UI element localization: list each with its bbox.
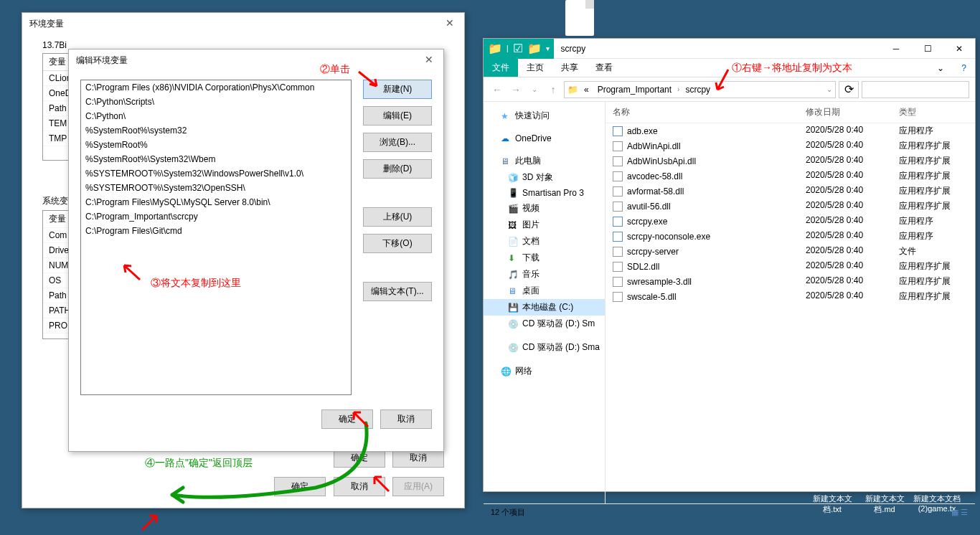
- arrow-icon: [138, 512, 160, 534]
- address-bar[interactable]: 📁 « Program_Important › scrcpy ⌄: [564, 81, 836, 98]
- file-row[interactable]: SDL2.dll2020/5/28 0:40应用程序扩展: [606, 259, 975, 274]
- close-button[interactable]: ✕: [443, 16, 457, 31]
- star-icon: ★: [501, 111, 511, 121]
- col-date-header[interactable]: 修改日期: [806, 106, 899, 118]
- movedown-button[interactable]: 下移(O): [363, 234, 432, 253]
- tree-documents[interactable]: 📄文档: [484, 233, 605, 250]
- tree-cd1[interactable]: 💿CD 驱动器 (D:) Sm: [484, 316, 605, 332]
- col-type-header[interactable]: 类型: [899, 106, 968, 118]
- nav-forward-button[interactable]: →: [508, 82, 524, 98]
- file-row[interactable]: scrcpy.exe2020/5/28 0:40应用程序: [606, 214, 975, 229]
- file-row[interactable]: avformat-58.dll2020/5/28 0:40应用程序扩展: [606, 184, 975, 199]
- file-row[interactable]: AdbWinUsbApi.dll2020/5/28 0:40应用程序扩展: [606, 153, 975, 169]
- file-row[interactable]: scrcpy-server2020/5/28 0:40文件: [606, 244, 975, 259]
- music-icon: 🎵: [508, 270, 518, 280]
- ribbon-share-tab[interactable]: 共享: [552, 59, 587, 77]
- tree-network[interactable]: 🌐网络: [484, 363, 605, 379]
- edit-text-button[interactable]: 编辑文本(T)...: [363, 282, 432, 301]
- ribbon-file-tab[interactable]: 文件: [484, 59, 518, 77]
- chevron-down-icon[interactable]: ⌄: [826, 85, 832, 93]
- breadcrumb-item[interactable]: scrcpy: [682, 85, 713, 95]
- tree-onedrive[interactable]: ☁OneDrive: [484, 131, 605, 146]
- tree-pictures[interactable]: 🖼图片: [484, 217, 605, 233]
- cube-icon: 🧊: [508, 173, 518, 183]
- cd-icon: 💿: [508, 343, 518, 353]
- nav-recent-button[interactable]: ⌄: [527, 82, 542, 98]
- maximize-button[interactable]: ☐: [912, 39, 943, 59]
- file-icon: [613, 292, 623, 302]
- nav-up-button[interactable]: ↑: [545, 82, 561, 98]
- path-item[interactable]: C:\Program Files\MySQL\MySQL Server 8.0\…: [81, 195, 351, 209]
- tree-thispc[interactable]: 🖥此电脑: [484, 153, 605, 169]
- refresh-button[interactable]: ⟳: [839, 81, 859, 98]
- delete-button[interactable]: 删除(D): [363, 159, 432, 179]
- ok-button2[interactable]: 确定: [274, 477, 326, 496]
- ribbon-home-tab[interactable]: 主页: [518, 59, 552, 77]
- path-item[interactable]: %SystemRoot%: [81, 138, 351, 152]
- tree-device[interactable]: 📱Smartisan Pro 3: [484, 186, 605, 200]
- tree-cd2[interactable]: 💿CD 驱动器 (D:) Sma: [484, 339, 605, 356]
- breadcrumb-root[interactable]: «: [581, 85, 592, 95]
- path-listbox[interactable]: C:\Program Files (x86)\NVIDIA Corporatio…: [80, 80, 352, 395]
- close-button[interactable]: ✕: [422, 53, 436, 67]
- folder-icon: 📁: [567, 85, 578, 95]
- new-button[interactable]: 新建(N): [363, 80, 432, 99]
- cancel-button2[interactable]: 取消: [334, 477, 385, 496]
- path-item[interactable]: C:\Program Files (x86)\NVIDIA Corporatio…: [81, 80, 351, 95]
- tree-videos[interactable]: 🎬视频: [484, 200, 605, 217]
- folder-icon: 📁: [527, 42, 542, 55]
- close-button[interactable]: ✕: [943, 39, 975, 59]
- ribbon-view-tab[interactable]: 查看: [587, 59, 621, 77]
- file-icon: [613, 171, 623, 181]
- view-buttons[interactable]: ▦ ☰: [951, 508, 968, 517]
- help-icon[interactable]: ?: [953, 60, 975, 76]
- file-row[interactable]: swscale-5.dll2020/5/28 0:40应用程序扩展: [606, 289, 975, 304]
- col-name-header[interactable]: 名称: [613, 106, 806, 118]
- minimize-button[interactable]: ─: [880, 39, 912, 59]
- cloud-icon: ☁: [501, 133, 511, 143]
- path-item[interactable]: %SystemRoot%\System32\Wbem: [81, 152, 351, 166]
- file-row[interactable]: swresample-3.dll2020/5/28 0:40应用程序扩展: [606, 274, 975, 289]
- nav-tree[interactable]: ★快速访问 ☁OneDrive 🖥此电脑 🧊3D 对象 📱Smartisan P…: [484, 102, 606, 503]
- document-icon: 📄: [508, 237, 518, 247]
- path-item[interactable]: C:\Python\Scripts\: [81, 95, 351, 109]
- file-icon: [613, 186, 623, 197]
- moveup-button[interactable]: 上移(U): [363, 207, 432, 227]
- cancel-button[interactable]: 取消: [380, 409, 432, 429]
- ribbon-expand[interactable]: ⌄: [928, 60, 953, 76]
- file-list[interactable]: 名称 修改日期 类型 adb.exe2020/5/28 0:40应用程序AdbW…: [606, 102, 975, 503]
- search-input[interactable]: [862, 81, 969, 98]
- path-item[interactable]: %SYSTEMROOT%\System32\OpenSSH\: [81, 181, 351, 195]
- network-icon: 🌐: [501, 366, 511, 377]
- drive-icon: 💾: [508, 303, 518, 313]
- path-item[interactable]: C:\Python\: [81, 109, 351, 123]
- breadcrumb-separator: ›: [677, 85, 679, 93]
- tree-cdrive[interactable]: 💾本地磁盘 (C:): [484, 299, 605, 316]
- breadcrumb-item[interactable]: Program_Important: [595, 85, 674, 95]
- tree-desktop[interactable]: 🖥桌面: [484, 283, 605, 299]
- file-row[interactable]: adb.exe2020/5/28 0:40应用程序: [606, 123, 975, 138]
- file-row[interactable]: avutil-56.dll2020/5/28 0:40应用程序扩展: [606, 199, 975, 214]
- pc-icon: 🖥: [501, 156, 511, 166]
- file-icon: [613, 202, 623, 212]
- tree-downloads[interactable]: ⬇下载: [484, 250, 605, 266]
- tree-3d-objects[interactable]: 🧊3D 对象: [484, 169, 605, 186]
- browse-button[interactable]: 浏览(B)...: [363, 133, 432, 152]
- path-item[interactable]: C:\Program_Important\scrcpy: [81, 209, 351, 224]
- tree-quick-access[interactable]: ★快速访问: [484, 108, 605, 124]
- desktop-icon: 🖥: [508, 286, 518, 296]
- path-item[interactable]: C:\Program Files\Git\cmd: [81, 224, 351, 238]
- path-item[interactable]: %SystemRoot%\system32: [81, 123, 351, 138]
- file-row[interactable]: scrcpy-noconsole.exe2020/5/28 0:40应用程序: [606, 229, 975, 244]
- nav-back-button[interactable]: ←: [489, 82, 505, 98]
- ok-button[interactable]: 确定: [321, 409, 373, 429]
- file-icon: [613, 217, 623, 227]
- file-row[interactable]: avcodec-58.dll2020/5/28 0:40应用程序扩展: [606, 169, 975, 184]
- apply-button[interactable]: 应用(A): [392, 477, 444, 496]
- checkbox-icon[interactable]: ☑: [513, 42, 523, 55]
- path-item[interactable]: %SYSTEMROOT%\System32\WindowsPowerShell\…: [81, 166, 351, 181]
- edit-button[interactable]: 编辑(E): [363, 106, 432, 126]
- tree-music[interactable]: 🎵音乐: [484, 266, 605, 283]
- device-icon: 📱: [508, 188, 518, 198]
- file-row[interactable]: AdbWinApi.dll2020/5/28 0:40应用程序扩展: [606, 138, 975, 153]
